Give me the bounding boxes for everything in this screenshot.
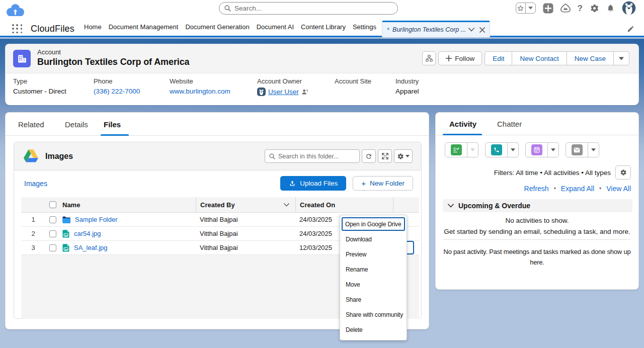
- tab-related[interactable]: Related: [18, 113, 44, 136]
- field-industry-value: Apparel: [395, 88, 419, 95]
- website-link[interactable]: www.burlington.com: [170, 88, 230, 95]
- app-launcher-waffle-icon[interactable]: [12, 24, 23, 34]
- more-actions-caret-button[interactable]: [614, 52, 629, 65]
- view-all-link[interactable]: View All: [606, 185, 631, 193]
- new-event-caret-button[interactable]: [548, 142, 559, 157]
- row-checkbox[interactable]: [49, 230, 56, 237]
- global-search[interactable]: [219, 2, 398, 15]
- user-avatar[interactable]: [622, 1, 636, 15]
- new-folder-button[interactable]: + New Folder: [353, 176, 413, 191]
- record-tab-burlington[interactable]: * Burlington Textiles Corp ...: [382, 21, 490, 37]
- field-phone: Phone (336) 222-7000: [94, 77, 140, 95]
- column-header-created-on[interactable]: Created On: [295, 197, 393, 212]
- setup-gear-icon[interactable]: [590, 4, 599, 13]
- notifications-bell-icon[interactable]: [606, 4, 615, 13]
- folder-search-input[interactable]: [278, 153, 359, 160]
- new-contact-button[interactable]: New Contact: [512, 52, 567, 65]
- refresh-link[interactable]: Refresh: [524, 185, 549, 193]
- app-name[interactable]: CloudFiles: [31, 24, 74, 34]
- folder-search[interactable]: [265, 149, 360, 163]
- menu-item-share-with-community[interactable]: Share with community: [340, 307, 407, 322]
- google-drive-icon: [24, 149, 38, 162]
- edit-button[interactable]: Edit: [485, 52, 512, 65]
- email-icon: [572, 144, 583, 155]
- favorites-caret-icon[interactable]: [526, 3, 535, 13]
- column-sort-caret-icon[interactable]: [284, 203, 289, 207]
- trailhead-icon[interactable]: [560, 4, 571, 13]
- new-folder-label: New Folder: [370, 180, 405, 187]
- column-header-created-by[interactable]: Created By: [196, 197, 295, 212]
- record-tabs: Related Details Files: [6, 113, 429, 136]
- edit-nav-pencil-icon[interactable]: [627, 25, 634, 33]
- account-header-top: Account Burlington Textiles Corp of Amer…: [6, 44, 638, 73]
- upcoming-overdue-section[interactable]: Upcoming & Overdue: [443, 199, 632, 212]
- file-link[interactable]: SA_leaf.jpg: [74, 244, 108, 251]
- activity-filter-settings-button[interactable]: [615, 165, 631, 180]
- owner-link[interactable]: User User: [268, 88, 299, 96]
- row-checkbox[interactable]: [49, 216, 56, 223]
- log-a-call-button[interactable]: [485, 142, 508, 157]
- section-title: Upcoming & Overdue: [458, 202, 530, 210]
- nav-tab-document-generation[interactable]: Document Generation: [185, 23, 249, 31]
- record-tab-close-icon[interactable]: [479, 27, 485, 33]
- upload-files-button[interactable]: Upload Files: [280, 176, 346, 191]
- file-link[interactable]: Sample Folder: [75, 216, 118, 223]
- file-link[interactable]: car54.jpg: [74, 230, 101, 237]
- menu-item-delete[interactable]: Delete: [340, 322, 407, 337]
- menu-item-download[interactable]: Download: [340, 232, 407, 247]
- cloudfiles-panel-header: Images: [14, 142, 421, 170]
- new-task-button[interactable]: [445, 142, 467, 157]
- new-case-button[interactable]: New Case: [567, 52, 614, 65]
- folder-icon: [62, 216, 70, 223]
- select-all-checkbox[interactable]: [49, 201, 56, 208]
- account-highlights-fields: Type Customer - Direct Phone (336) 222-7…: [6, 73, 638, 105]
- files-table-header: Name Created By Created On: [21, 197, 419, 213]
- image-file-icon: [62, 230, 69, 238]
- menu-item-rename[interactable]: Rename: [340, 262, 407, 277]
- expand-button[interactable]: [378, 149, 392, 163]
- phone-link[interactable]: (336) 222-7000: [94, 88, 140, 95]
- field-website-label: Website: [170, 77, 230, 85]
- new-task-caret-button[interactable]: [467, 142, 478, 157]
- column-header-name[interactable]: Name: [61, 197, 196, 212]
- created-by-cell: Vitthal Bajpai: [196, 244, 295, 251]
- favorites-button[interactable]: [516, 3, 536, 14]
- menu-item-move[interactable]: Move: [340, 277, 407, 292]
- global-search-input[interactable]: [234, 5, 392, 12]
- tab-files[interactable]: Files: [104, 113, 121, 136]
- global-create-button[interactable]: [543, 3, 553, 14]
- expand-all-link[interactable]: Expand All: [561, 185, 594, 193]
- created-by-cell: Vitthal Bajpai: [196, 230, 295, 237]
- email-caret-button[interactable]: [588, 142, 599, 157]
- nav-tab-content-library[interactable]: Content Library: [301, 23, 346, 31]
- tab-details[interactable]: Details: [65, 113, 88, 136]
- unsaved-indicator: *: [387, 26, 389, 34]
- row-checkbox[interactable]: [49, 244, 56, 251]
- follow-button[interactable]: Follow: [438, 51, 482, 65]
- breadcrumb-images-link[interactable]: Images: [24, 180, 47, 188]
- panel-settings-button[interactable]: [394, 149, 413, 163]
- field-type-label: Type: [13, 77, 66, 85]
- tab-activity[interactable]: Activity: [449, 113, 476, 135]
- refresh-button[interactable]: [362, 149, 376, 163]
- menu-item-open-in-google-drive[interactable]: Open in Google Drive: [342, 217, 405, 231]
- star-icon[interactable]: [516, 3, 526, 13]
- menu-item-share[interactable]: Share: [340, 292, 407, 307]
- change-owner-icon[interactable]: [301, 89, 308, 95]
- nav-tab-settings[interactable]: Settings: [353, 23, 376, 31]
- nav-tab-document-management[interactable]: Document Management: [109, 23, 179, 31]
- log-call-caret-button[interactable]: [508, 142, 519, 157]
- field-phone-label: Phone: [94, 77, 140, 85]
- nav-tab-home[interactable]: Home: [84, 23, 102, 31]
- view-hierarchy-button[interactable]: [422, 51, 436, 65]
- help-icon[interactable]: ?: [578, 4, 583, 13]
- record-tab-label: Burlington Textiles Corp ...: [392, 26, 465, 33]
- email-button[interactable]: [566, 142, 588, 157]
- nav-tabs: Home Document Management Document Genera…: [84, 16, 376, 37]
- nav-tab-document-ai[interactable]: Document AI: [257, 23, 294, 31]
- new-event-button[interactable]: [525, 142, 548, 157]
- menu-item-preview[interactable]: Preview: [340, 247, 407, 262]
- calendar-icon: [531, 144, 542, 155]
- tab-chatter[interactable]: Chatter: [497, 113, 522, 135]
- record-tab-caret-icon[interactable]: [468, 28, 474, 32]
